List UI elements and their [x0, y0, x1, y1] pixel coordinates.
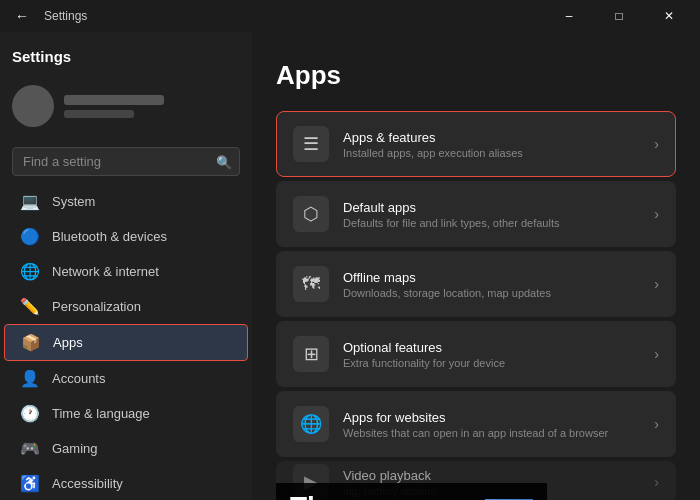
chevron-icon-video-playback: ›	[654, 474, 659, 490]
user-section	[0, 77, 252, 135]
nav-icon-personalization: ✏️	[20, 297, 40, 316]
titlebar-title: Settings	[44, 9, 87, 23]
setting-sub-default-apps: Defaults for file and link types, other …	[343, 217, 654, 229]
titlebar: ← Settings – □ ✕	[0, 0, 700, 32]
maximize-button[interactable]: □	[596, 0, 642, 32]
titlebar-controls: – □ ✕	[546, 0, 692, 32]
setting-sub-optional-features: Extra functionality for your device	[343, 357, 654, 369]
nav-label-gaming: Gaming	[52, 441, 98, 456]
setting-text-offline-maps: Offline maps Downloads, storage location…	[343, 270, 654, 299]
nav-label-accessibility: Accessibility	[52, 476, 123, 491]
search-box: 🔍	[12, 147, 240, 176]
nav-label-network: Network & internet	[52, 264, 159, 279]
app-body: Settings 🔍 💻 System 🔵 Bluetooth & device…	[0, 32, 700, 500]
setting-text-optional-features: Optional features Extra functionality fo…	[343, 340, 654, 369]
minimize-button[interactable]: –	[546, 0, 592, 32]
setting-icon-default-apps: ⬡	[293, 196, 329, 232]
setting-text-apps-features: Apps & features Installed apps, app exec…	[343, 130, 654, 159]
setting-text-default-apps: Default apps Defaults for file and link …	[343, 200, 654, 229]
nav-label-bluetooth: Bluetooth & devices	[52, 229, 167, 244]
nav-list: 💻 System 🔵 Bluetooth & devices 🌐 Network…	[0, 184, 252, 500]
nav-icon-gaming: 🎮	[20, 439, 40, 458]
setting-item-apps-features[interactable]: ☰ Apps & features Installed apps, app ex…	[276, 111, 676, 177]
setting-sub-apps-features: Installed apps, app execution aliases	[343, 147, 654, 159]
setting-icon-optional-features: ⊞	[293, 336, 329, 372]
nav-icon-network: 🌐	[20, 262, 40, 281]
setting-title-default-apps: Default apps	[343, 200, 654, 215]
search-icon: 🔍	[216, 154, 232, 169]
sidebar-item-accessibility[interactable]: ♿ Accessibility	[4, 466, 248, 500]
close-button[interactable]: ✕	[646, 0, 692, 32]
sidebar-header: Settings	[0, 40, 252, 73]
nav-label-system: System	[52, 194, 95, 209]
avatar	[12, 85, 54, 127]
sidebar-item-system[interactable]: 💻 System	[4, 184, 248, 219]
setting-icon-offline-maps: 🗺	[293, 266, 329, 302]
setting-item-offline-maps[interactable]: 🗺 Offline maps Downloads, storage locati…	[276, 251, 676, 317]
nav-label-personalization: Personalization	[52, 299, 141, 314]
user-name-bar	[64, 95, 164, 105]
setting-sub-apps-websites: Websites that can open in an app instead…	[343, 427, 654, 439]
chevron-icon-offline-maps: ›	[654, 276, 659, 292]
page-title: Apps	[276, 60, 676, 91]
nav-icon-accounts: 👤	[20, 369, 40, 388]
sidebar-item-network[interactable]: 🌐 Network & internet	[4, 254, 248, 289]
nav-label-apps: Apps	[53, 335, 83, 350]
setting-icon-apps-features: ☰	[293, 126, 329, 162]
user-sub-bar	[64, 110, 134, 118]
setting-title-offline-maps: Offline maps	[343, 270, 654, 285]
setting-icon-video-playback: ▶	[293, 464, 329, 500]
setting-icon-apps-websites: 🌐	[293, 406, 329, 442]
back-button[interactable]: ←	[8, 2, 36, 30]
setting-item-apps-websites[interactable]: 🌐 Apps for websites Websites that can op…	[276, 391, 676, 457]
sidebar-item-gaming[interactable]: 🎮 Gaming	[4, 431, 248, 466]
setting-sub-video-playback: ing, battery options	[343, 485, 654, 497]
setting-item-default-apps[interactable]: ⬡ Default apps Defaults for file and lin…	[276, 181, 676, 247]
setting-title-video-playback: Video playback	[343, 468, 654, 483]
nav-icon-accessibility: ♿	[20, 474, 40, 493]
nav-icon-system: 💻	[20, 192, 40, 211]
sidebar: Settings 🔍 💻 System 🔵 Bluetooth & device…	[0, 32, 252, 500]
nav-label-time: Time & language	[52, 406, 150, 421]
sidebar-title: Settings	[12, 48, 71, 65]
nav-icon-bluetooth: 🔵	[20, 227, 40, 246]
sidebar-item-time[interactable]: 🕐 Time & language	[4, 396, 248, 431]
sidebar-item-accounts[interactable]: 👤 Accounts	[4, 361, 248, 396]
setting-item-video-playback[interactable]: ▶ Video playback ing, battery options ›	[276, 461, 676, 500]
user-info	[64, 95, 164, 118]
sidebar-item-bluetooth[interactable]: 🔵 Bluetooth & devices	[4, 219, 248, 254]
setting-text-apps-websites: Apps for websites Websites that can open…	[343, 410, 654, 439]
sidebar-item-personalization[interactable]: ✏️ Personalization	[4, 289, 248, 324]
setting-title-apps-websites: Apps for websites	[343, 410, 654, 425]
settings-list: ☰ Apps & features Installed apps, app ex…	[276, 111, 676, 500]
nav-icon-apps: 📦	[21, 333, 41, 352]
search-input[interactable]	[12, 147, 240, 176]
nav-label-accounts: Accounts	[52, 371, 105, 386]
chevron-icon-optional-features: ›	[654, 346, 659, 362]
content-area: Apps ☰ Apps & features Installed apps, a…	[252, 32, 700, 500]
setting-title-optional-features: Optional features	[343, 340, 654, 355]
setting-text-video-playback: Video playback ing, battery options	[343, 468, 654, 497]
chevron-icon-apps-websites: ›	[654, 416, 659, 432]
nav-icon-time: 🕐	[20, 404, 40, 423]
setting-item-optional-features[interactable]: ⊞ Optional features Extra functionality …	[276, 321, 676, 387]
titlebar-left: ← Settings	[8, 2, 87, 30]
chevron-icon-default-apps: ›	[654, 206, 659, 222]
setting-sub-offline-maps: Downloads, storage location, map updates	[343, 287, 654, 299]
setting-title-apps-features: Apps & features	[343, 130, 654, 145]
sidebar-item-apps[interactable]: 📦 Apps	[4, 324, 248, 361]
chevron-icon-apps-features: ›	[654, 136, 659, 152]
